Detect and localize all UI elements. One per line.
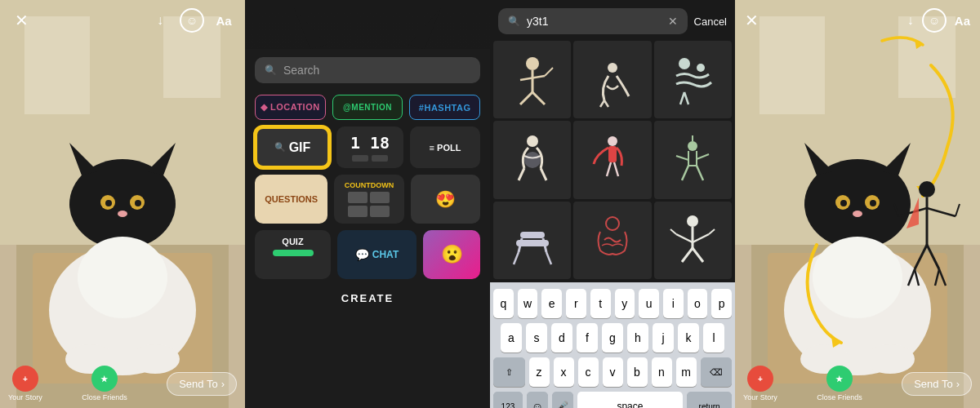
- gif-search-container[interactable]: 🔍 y3t1 ✕: [498, 8, 688, 34]
- key-n[interactable]: n: [652, 357, 672, 387]
- key-o[interactable]: o: [688, 289, 708, 318]
- key-123[interactable]: 123: [493, 392, 523, 408]
- key-y[interactable]: y: [615, 289, 635, 318]
- mouth-sticker[interactable]: 😮: [423, 230, 480, 279]
- close-friends-button[interactable]: ★ Close Friends: [82, 366, 127, 401]
- chat-sticker[interactable]: 💬 CHAT: [337, 230, 416, 279]
- key-space[interactable]: space: [577, 392, 684, 408]
- svg-point-14: [135, 200, 141, 206]
- gif-result-1[interactable]: [493, 41, 571, 118]
- send-to-button[interactable]: Send To ›: [167, 372, 237, 396]
- key-a[interactable]: a: [501, 323, 522, 353]
- key-c[interactable]: c: [578, 357, 599, 387]
- key-r[interactable]: r: [566, 289, 586, 318]
- key-e[interactable]: e: [541, 289, 562, 318]
- cancel-button[interactable]: Cancel: [694, 16, 727, 28]
- gif-sticker[interactable]: 🔍 GIF: [255, 126, 330, 168]
- svg-point-37: [608, 136, 617, 146]
- key-k[interactable]: k: [678, 323, 699, 353]
- sticker-search-bar[interactable]: 🔍 Search: [255, 57, 480, 83]
- key-backspace[interactable]: ⌫: [701, 357, 732, 387]
- svg-marker-19: [408, 8, 441, 49]
- svg-point-26: [608, 63, 617, 73]
- close-icon[interactable]: ✕: [10, 9, 33, 32]
- sticker-icon-4[interactable]: ☺: [922, 8, 947, 33]
- gif-result-5[interactable]: [573, 121, 651, 198]
- clear-search-icon[interactable]: ✕: [668, 15, 678, 28]
- key-l[interactable]: l: [703, 323, 724, 353]
- key-w[interactable]: w: [518, 289, 538, 318]
- key-mic[interactable]: 🎤: [552, 392, 573, 408]
- gif-result-2[interactable]: [573, 41, 651, 118]
- key-shift[interactable]: ⇧: [493, 357, 524, 387]
- key-x[interactable]: x: [554, 357, 574, 387]
- hashtag-sticker[interactable]: #HASHTAG: [409, 95, 480, 120]
- quiz-sticker[interactable]: QUIZ: [255, 230, 331, 279]
- panel-story-1: ✕ ↓ ☺ Aa + Your Story ★ Close Friends Se…: [0, 0, 245, 408]
- cat-background-1: [0, 0, 245, 408]
- gif-result-9[interactable]: [654, 202, 732, 279]
- your-story-button-4[interactable]: + Your Story: [743, 366, 777, 401]
- close-friends-button-4[interactable]: ★ Close Friends: [817, 366, 862, 401]
- virtual-keyboard: q w e r t y u i o p a s d f g h j k l ⇧ …: [490, 282, 735, 408]
- mention-sticker[interactable]: @MENTION: [332, 95, 403, 120]
- key-return[interactable]: return: [687, 392, 732, 408]
- top-bar-1: ✕ ↓ ☺ Aa: [0, 0, 245, 41]
- search-placeholder: Search: [283, 64, 319, 77]
- sticker-row-4: QUIZ 💬 CHAT 😮: [255, 230, 480, 279]
- gif-result-7[interactable]: [493, 202, 571, 279]
- keyboard-row-4: 123 ☺ 🎤 space return: [493, 392, 732, 408]
- key-i[interactable]: i: [663, 289, 684, 318]
- top-bar-4: ✕ ↓ ☺ Aa: [735, 0, 980, 41]
- key-j[interactable]: j: [653, 323, 674, 353]
- svg-line-35: [541, 168, 546, 180]
- svg-line-45: [682, 166, 688, 180]
- download-icon-4[interactable]: ↓: [907, 13, 914, 28]
- location-sticker[interactable]: ◆ LOCATION: [255, 95, 326, 120]
- gif-search-header: 🔍 y3t1 ✕ Cancel: [490, 0, 735, 38]
- svg-line-52: [546, 252, 551, 264]
- svg-point-72: [813, 237, 902, 318]
- key-z[interactable]: z: [529, 357, 550, 387]
- key-p[interactable]: p: [711, 289, 732, 318]
- close-friends-label: Close Friends: [82, 393, 127, 401]
- search-icon: 🔍: [265, 64, 277, 76]
- gif-result-4[interactable]: [493, 121, 571, 198]
- countdown-sticker-2[interactable]: COUNTDOWN: [334, 175, 403, 224]
- key-u[interactable]: u: [639, 289, 659, 318]
- close-friends-label-4: Close Friends: [817, 393, 862, 401]
- key-q[interactable]: q: [493, 289, 514, 318]
- key-b[interactable]: b: [627, 357, 648, 387]
- countdown-sticker[interactable]: 1 18: [336, 126, 403, 168]
- key-s[interactable]: s: [526, 323, 547, 353]
- keyboard-row-3: ⇧ z x c v b n m ⌫: [493, 357, 732, 387]
- your-story-button[interactable]: + Your Story: [8, 366, 42, 401]
- gif-result-3[interactable]: [654, 41, 732, 118]
- key-f[interactable]: f: [577, 323, 598, 353]
- svg-line-27: [600, 100, 604, 107]
- countdown-digits: 1 18: [350, 133, 390, 153]
- gif-search-input[interactable]: y3t1: [527, 15, 662, 28]
- gif-result-8[interactable]: [573, 202, 651, 279]
- gif-result-6[interactable]: [654, 121, 732, 198]
- key-d[interactable]: d: [551, 323, 572, 353]
- text-icon[interactable]: Aa: [212, 9, 235, 32]
- download-icon[interactable]: ↓: [149, 9, 172, 32]
- questions-sticker[interactable]: QUESTIONS: [255, 175, 327, 224]
- svg-line-43: [676, 156, 688, 160]
- poll-sticker[interactable]: ≡ POLL: [410, 126, 480, 168]
- emoji-sticker[interactable]: 😍: [411, 175, 480, 224]
- key-m[interactable]: m: [676, 357, 697, 387]
- key-g[interactable]: g: [602, 323, 623, 353]
- key-t[interactable]: t: [590, 289, 611, 318]
- your-story-label: Your Story: [8, 393, 42, 401]
- send-to-button-4[interactable]: Send To ›: [902, 372, 972, 396]
- sticker-icon[interactable]: ☺: [180, 8, 204, 33]
- svg-point-13: [105, 200, 112, 206]
- key-h[interactable]: h: [627, 323, 648, 353]
- panel-sticker-picker: 🔍 Search ◆ LOCATION @MENTION #HASHTAG 🔍 …: [245, 0, 490, 408]
- key-v[interactable]: v: [603, 357, 623, 387]
- close-icon-4[interactable]: ✕: [745, 11, 759, 30]
- key-emoji[interactable]: ☺: [527, 392, 548, 408]
- text-icon-4[interactable]: Aa: [955, 14, 970, 28]
